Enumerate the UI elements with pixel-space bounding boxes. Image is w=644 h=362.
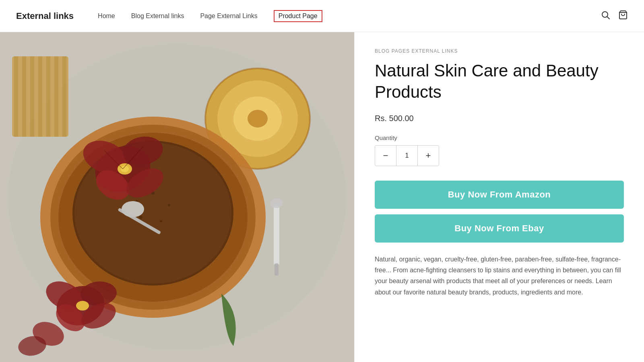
svg-point-47 [76,301,89,311]
quantity-value: 1 [396,146,418,166]
quantity-control: − 1 + [375,145,439,166]
header: External links Home Blog External links … [0,0,644,32]
svg-rect-6 [14,56,18,137]
svg-rect-7 [22,56,26,137]
nav-blog-external[interactable]: Blog External links [131,12,184,20]
svg-rect-12 [62,56,66,137]
svg-point-28 [122,201,144,217]
svg-point-26 [139,216,142,219]
header-icons [601,10,628,22]
cart-icon[interactable] [618,10,628,22]
product-image-wrap [0,32,354,362]
product-image-svg [0,32,354,362]
search-icon[interactable] [601,10,610,22]
svg-rect-32 [275,263,279,276]
svg-rect-8 [30,56,34,137]
main-nav: Home Blog External links Page External L… [98,10,601,22]
svg-point-31 [270,198,283,208]
product-description: Natural, organic, vegan, cruelty-free, g… [375,254,624,298]
nav-page-external[interactable]: Page External Links [200,12,257,20]
main-content: BLOG PAGES EXTERNAL LINKS Natural Skin C… [0,32,644,362]
svg-point-27 [160,220,162,222]
product-image [0,32,354,362]
svg-rect-11 [54,56,58,137]
site-logo[interactable]: External links [16,11,74,21]
svg-rect-9 [38,56,42,137]
svg-point-16 [248,110,268,128]
quantity-increase-button[interactable]: + [418,146,439,166]
product-breadcrumb: BLOG PAGES EXTERNAL LINKS [375,48,624,54]
quantity-decrease-button[interactable]: − [375,146,396,166]
nav-home[interactable]: Home [98,12,115,20]
product-price: Rs. 500.00 [375,114,624,123]
buy-ebay-button[interactable]: Buy Now From Ebay [375,214,624,243]
quantity-label: Quantity [375,134,624,141]
svg-rect-30 [274,205,279,265]
svg-line-1 [607,16,610,19]
product-details: BLOG PAGES EXTERNAL LINKS Natural Skin C… [354,32,644,362]
svg-point-25 [168,204,170,206]
nav-product-page[interactable]: Product Page [274,10,322,22]
product-title: Natural Skin Care and Beauty Products [375,60,624,103]
svg-rect-10 [46,56,50,137]
buy-amazon-button[interactable]: Buy Now From Amazon [375,181,624,209]
